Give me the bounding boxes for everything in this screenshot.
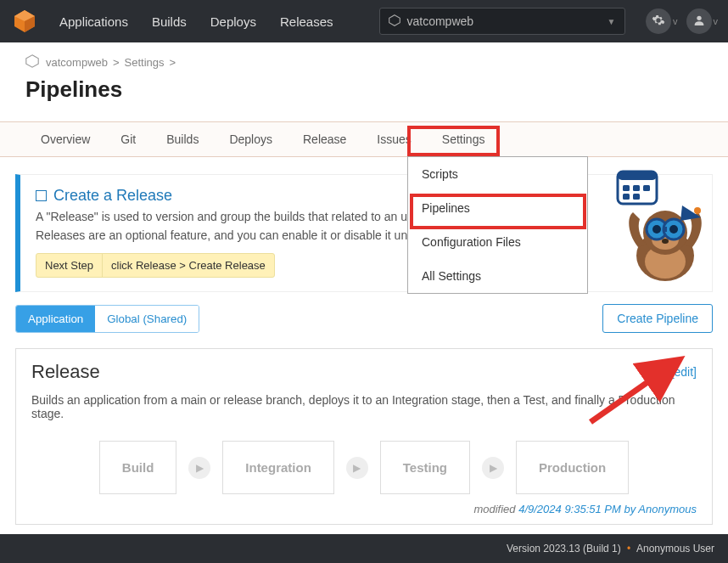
scope-global-button[interactable]: Global (Shared) [95,306,199,332]
settings-menu-all[interactable]: All Settings [408,259,587,293]
tab-git[interactable]: Git [105,122,151,156]
hexagon-icon [389,14,400,29]
app-logo[interactable] [12,8,37,34]
pipeline-modified: modified 4/9/2024 9:35:51 PM by Anonymou… [31,503,697,515]
next-step-pill: Next Step click Release > Create Release [36,253,275,278]
caret-down-icon: ▼ [608,17,616,26]
info-card-heading: Create a Release [36,187,697,205]
tab-bar: Overview Git Builds Deploys Release Issu… [0,121,728,157]
svg-point-20 [669,225,678,234]
scope-application-button[interactable]: Application [16,306,95,332]
settings-dropdown: Scripts Pipelines Configuration Files Al… [407,156,588,294]
svg-rect-8 [623,185,630,191]
svg-rect-9 [633,185,640,191]
stage-testing[interactable]: Testing [380,441,470,494]
tab-overview[interactable]: Overview [25,122,105,156]
chevron-down-icon: v [673,16,678,26]
footer-user: Anonymous User [636,543,714,555]
page-header: vatcompweb > Settings > Pipelines [0,42,728,110]
footer-version: Version 2023.13 (Build 1) [507,543,621,555]
stage-build[interactable]: Build [99,441,177,494]
checkbox-icon [36,190,47,201]
pipeline-description: Builds an application from a main or rel… [31,393,697,420]
pipeline-name: Release [31,361,100,383]
stage-arrow-icon: ▶ [482,457,504,479]
svg-point-19 [652,225,661,234]
next-step-text: click Release > Create Release [103,254,274,277]
hexagon-icon [25,54,41,70]
pipeline-stages: Build ▶ Integration ▶ Testing ▶ Producti… [31,441,697,494]
pipeline-card: Release [edit] Builds an application fro… [15,348,713,525]
svg-rect-10 [643,185,650,191]
settings-menu-config-files[interactable]: Configuration Files [408,225,587,259]
svg-marker-5 [26,55,38,67]
bullet-icon: • [627,543,630,555]
tab-issues[interactable]: Issues [361,122,426,156]
tab-settings[interactable]: Settings [427,122,501,156]
settings-menu-pipelines[interactable]: Pipelines [408,191,587,225]
stage-arrow-icon: ▶ [346,457,368,479]
pipeline-modified-link[interactable]: 4/9/2024 9:35:51 PM by Anonymous [518,503,697,515]
tab-deploys[interactable]: Deploys [214,122,288,156]
settings-menu-scripts[interactable]: Scripts [408,157,587,191]
settings-gear-button[interactable] [646,8,671,34]
nav-deploys[interactable]: Deploys [199,0,268,42]
app-selector-label: vatcompweb [407,14,474,28]
nav-releases[interactable]: Releases [268,0,345,42]
nav-builds[interactable]: Builds [140,0,199,42]
scope-segmented-control: Application Global (Shared) [15,305,199,333]
gear-icon [652,14,665,29]
stage-arrow-icon: ▶ [188,457,210,479]
top-navbar: Applications Builds Deploys Releases vat… [0,0,728,42]
footer-bar: Version 2023.13 (Build 1) • Anonymous Us… [0,534,728,563]
nav-applications[interactable]: Applications [48,0,140,42]
app-selector-dropdown[interactable]: vatcompweb ▼ [379,8,625,35]
mascot-illustration [602,166,713,285]
pipeline-edit-link[interactable]: [edit] [671,365,697,379]
svg-rect-11 [623,194,630,200]
next-step-label: Next Step [36,254,103,277]
svg-marker-3 [389,14,400,25]
chevron-down-icon: v [714,16,719,26]
svg-point-23 [694,207,701,214]
user-icon [692,14,706,29]
svg-rect-12 [633,194,640,200]
tab-release[interactable]: Release [288,122,361,156]
stage-integration[interactable]: Integration [222,441,334,494]
svg-point-24 [662,239,669,244]
svg-point-4 [697,16,701,20]
user-avatar-button[interactable] [686,8,712,34]
breadcrumb: vatcompweb > Settings > [25,54,703,70]
tab-builds[interactable]: Builds [151,122,214,156]
stage-production[interactable]: Production [516,441,629,494]
page-title: Pipelines [25,76,703,103]
breadcrumb-section[interactable]: Settings [125,56,165,69]
svg-rect-21 [664,227,667,232]
create-pipeline-button[interactable]: Create Pipeline [602,304,713,333]
breadcrumb-app[interactable]: vatcompweb [46,56,108,69]
svg-rect-7 [618,172,657,180]
info-card-text: A "Release" is used to version and group… [36,208,697,245]
